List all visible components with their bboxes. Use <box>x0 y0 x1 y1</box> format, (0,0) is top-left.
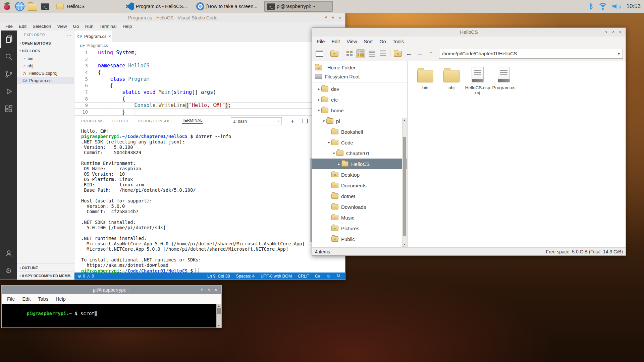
wifi-icon[interactable] <box>598 3 607 10</box>
path-dropdown-icon[interactable]: ▼ <box>615 52 623 56</box>
terminal-titlebar[interactable]: pi@raspberrypi: ~ ˅ ˄ × <box>2 286 221 294</box>
menu-item-selection[interactable]: Selection <box>30 24 54 29</box>
place-filesystem-root[interactable]: Filesystem Root <box>312 72 407 81</box>
terminal-launcher-icon[interactable]: >_ <box>40 1 51 12</box>
tree-row-etc[interactable]: ▸etc <box>312 94 407 105</box>
feedback-icon[interactable]: ☺ <box>326 274 330 279</box>
split-terminal-icon[interactable] <box>303 119 308 123</box>
tree-row-documents[interactable]: ≡Documents <box>312 180 407 191</box>
errors-count[interactable]: 0 <box>83 274 85 279</box>
menu-raspberry-icon[interactable] <box>1 1 13 12</box>
up-icon[interactable]: ↑ <box>427 49 435 58</box>
tree-row-dotnet[interactable]: dotnet <box>312 191 407 201</box>
panel-tab-terminal[interactable]: TERMINAL <box>182 118 202 124</box>
explorer-actions-icon[interactable]: ⋯ <box>67 33 71 38</box>
menu-item-help[interactable]: Help <box>119 24 135 29</box>
fm-menu-item-tools[interactable]: Tools <box>389 39 407 44</box>
terminal-menu-item-edit[interactable]: Edit <box>18 296 34 302</box>
detailed-view-icon[interactable] <box>378 49 387 58</box>
panel-tab-output[interactable]: OUTPUT <box>112 119 129 123</box>
maximize-icon[interactable]: ˄ <box>332 15 334 20</box>
source-control-icon[interactable] <box>0 65 17 83</box>
icon-view-icon[interactable] <box>356 49 365 58</box>
tree-row-desktop[interactable]: ▭Desktop <box>312 169 407 180</box>
scroll-up-icon[interactable]: ▲ <box>217 304 221 307</box>
maximize-icon[interactable]: ˄ <box>208 288 210 292</box>
home-icon[interactable]: ⌂ <box>393 49 402 58</box>
chevron-collapsed-icon[interactable]: ▸ <box>316 87 321 91</box>
chevron-collapsed-icon[interactable]: ▸ <box>336 162 341 166</box>
tree-row-bookshelf[interactable]: Bookshelf <box>312 126 407 137</box>
section-outline[interactable]: ›OUTLINE <box>17 263 74 272</box>
chevron-expanded-icon[interactable]: ▾ <box>331 151 336 156</box>
tree-row-code[interactable]: ▾Code <box>312 137 407 148</box>
tab-program-cs[interactable]: C# Program.cs × <box>74 31 112 42</box>
new-folder-icon[interactable]: + <box>330 49 339 58</box>
tree-row-hellocs[interactable]: ▸HelloCS <box>312 159 407 169</box>
panel-tab-debug-console[interactable]: DEBUG CONSOLE <box>138 119 173 123</box>
status-item[interactable]: CRLF <box>298 274 309 279</box>
thumbnail-view-icon[interactable] <box>345 49 354 58</box>
tree-scrollbar[interactable]: ▲ ▼ <box>402 118 407 247</box>
forward-icon[interactable]: → <box>416 49 424 58</box>
shade-icon[interactable]: ˅ <box>325 15 327 20</box>
chevron-expanded-icon[interactable]: ▾ <box>321 119 326 123</box>
bluetooth-icon[interactable]: ᛒ <box>589 2 594 10</box>
status-item[interactable]: UTF-8 with BOM <box>261 274 292 279</box>
root-folder-section[interactable]: › HELLOCS <box>17 47 74 55</box>
shade-icon[interactable]: ˅ <box>605 30 607 35</box>
warnings-icon[interactable]: △ <box>87 274 90 279</box>
tree-row-downloads[interactable]: ↓Downloads <box>312 201 407 212</box>
fm-menu-item-view[interactable]: View <box>343 39 360 44</box>
tree-row-public[interactable]: ⠿Public <box>312 234 407 244</box>
menu-item-run[interactable]: Run <box>82 24 97 29</box>
code-editor[interactable]: 1using System;23namespace HelloCS4{5 cla… <box>74 49 345 115</box>
close-icon[interactable]: × <box>215 288 217 292</box>
explorer-icon[interactable] <box>0 31 17 48</box>
scroll-up-icon[interactable]: ▲ <box>402 119 406 122</box>
explorer-item-obj[interactable]: ›obj <box>17 62 74 69</box>
scrollbar-thumb[interactable] <box>217 308 221 314</box>
place-home-folder[interactable]: ⌂Home Folder <box>312 63 407 72</box>
bell-icon[interactable] <box>336 273 340 279</box>
fm-menu-item-go[interactable]: Go <box>376 39 389 44</box>
fm-menu-item-edit[interactable]: Edit <box>328 39 343 44</box>
taskbar-window-button[interactable]: Program.cs - HelloCS... <box>123 1 192 12</box>
integrated-terminal[interactable]: Hello, C#!pi@raspberrypi:~/Code/Chapter0… <box>81 128 338 273</box>
new-window-icon[interactable] <box>315 49 324 58</box>
warnings-count[interactable]: 0 <box>92 274 94 279</box>
file-item-bin[interactable]: bin <box>413 66 438 90</box>
tree-row-home[interactable]: ▾home <box>312 105 407 116</box>
taskbar-window-button[interactable]: [How to take a screen... <box>194 1 262 12</box>
shade-icon[interactable]: ˅ <box>201 288 203 292</box>
taskbar-window-button[interactable]: >_pi@raspberrypi: ~ <box>264 1 333 12</box>
terminal-menu-item-help[interactable]: Help <box>52 296 69 302</box>
maximize-icon[interactable]: ˄ <box>612 30 614 35</box>
status-item[interactable]: C# <box>315 274 320 279</box>
taskbar-window-button[interactable]: HelloCS <box>53 1 121 12</box>
file-manager-launcher-icon[interactable] <box>27 1 38 12</box>
status-item[interactable]: Spaces: 4 <box>236 274 255 279</box>
shell-select[interactable]: 1: bash ˅ <box>231 117 282 125</box>
tree-row-pi[interactable]: ▾⌂pi <box>312 116 407 126</box>
menu-item-file[interactable]: File <box>2 24 16 29</box>
terminal-console[interactable]: pi@raspberrypi:~ $ scrot ▲ ▼ <box>2 304 221 327</box>
tree-row-music[interactable]: ♪Music <box>312 212 407 223</box>
breadcrumb[interactable]: C# Program.cs <box>74 42 345 49</box>
run-debug-icon[interactable] <box>0 83 17 100</box>
extensions-icon[interactable] <box>0 100 17 118</box>
menu-item-go[interactable]: Go <box>70 24 82 29</box>
explorer-item-program.cs[interactable]: C#Program.cs <box>17 77 74 84</box>
scroll-down-icon[interactable]: ▼ <box>402 243 406 246</box>
panel-tab-problems[interactable]: PROBLEMS <box>81 119 104 123</box>
close-icon[interactable]: × <box>339 15 341 20</box>
fm-menu-item-file[interactable]: File <box>314 39 328 44</box>
chevron-expanded-icon[interactable]: ▾ <box>326 140 331 145</box>
tree-row-dev[interactable]: ▸dev <box>312 83 407 94</box>
fm-menu-item-sort[interactable]: Sort <box>361 39 376 44</box>
settings-gear-icon[interactable]: ⚙ <box>0 262 17 280</box>
file-manager-titlebar[interactable]: HelloCS ˅ ˄ × <box>312 28 626 37</box>
clock[interactable]: 10:53 <box>626 3 641 10</box>
console-scrollbar[interactable]: ▲ ▼ <box>216 304 221 327</box>
tree-row-pictures[interactable]: ▲Pictures <box>312 223 407 234</box>
